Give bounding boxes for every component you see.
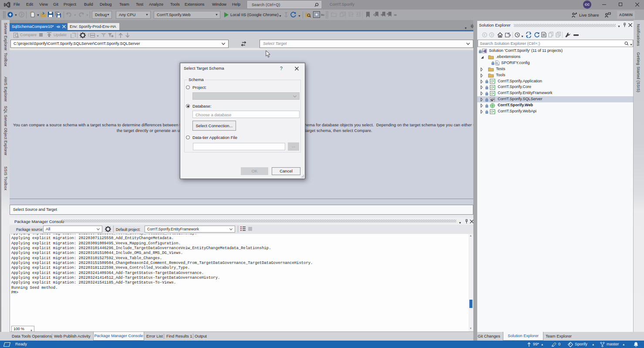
svg-text:#: # bbox=[493, 80, 494, 82]
svg-text:#: # bbox=[493, 92, 494, 95]
svg-text:#: # bbox=[493, 110, 494, 113]
svg-text:#: # bbox=[493, 86, 494, 88]
